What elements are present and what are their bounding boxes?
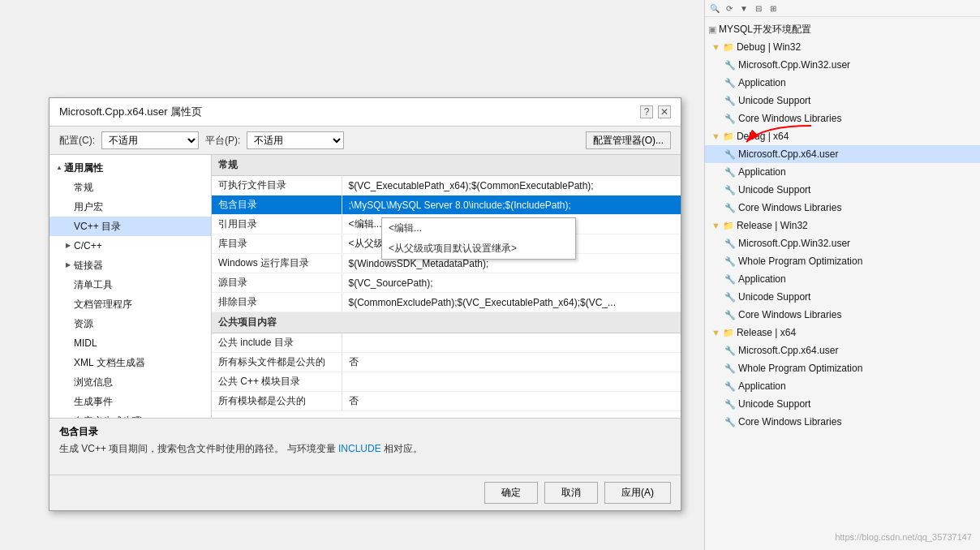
tree-item-label: Debug | Win32 (737, 40, 801, 54)
pub-prop-value-pub-cpp (342, 372, 681, 392)
solution-tree-item-corewin-4[interactable]: 🔧Core Windows Libraries (705, 413, 980, 431)
wrench-icon: 🔧 (724, 307, 736, 322)
filter-icon[interactable]: ▼ (737, 2, 750, 15)
tree-item-label: Microsoft.Cpp.Win32.user (738, 58, 850, 72)
dropdown-inherit-item[interactable]: <从父级或项目默认设置继承> (382, 238, 575, 259)
solution-tree-item-ms-cpp-x64-user-r[interactable]: 🔧Microsoft.Cpp.x64.user (705, 342, 980, 359)
item-label: 链接器 (74, 258, 204, 273)
ok-button[interactable]: 确定 (484, 482, 538, 504)
left-tree-item-manifest[interactable]: 清单工具 (49, 275, 211, 294)
dialog-buttons: 确定 取消 应用(A) (49, 475, 681, 510)
solution-tree-item-debug-x64[interactable]: ▼ 📁Debug | x64 (705, 127, 980, 145)
solution-tree-item-unicode-3[interactable]: 🔧Unicode Support (705, 288, 980, 306)
prop-label-exec-dir: 可执行文件目录 (212, 176, 342, 196)
solution-tree-item-wpo-2[interactable]: 🔧Whole Program Optimization (705, 359, 980, 377)
dialog-toolbar: 配置(C): 不适用 平台(P): 不适用 配置管理器(O)... (49, 127, 681, 155)
apply-button[interactable]: 应用(A) (604, 482, 671, 504)
pub-prop-label-pub-cpp: 公共 C++ 模块目录 (212, 372, 342, 392)
tree-item-label: Application (738, 75, 786, 90)
config-mgr-button[interactable]: 配置管理器(O)... (586, 131, 671, 149)
item-label: C/C++ (74, 238, 204, 253)
left-tree-item-custom[interactable]: ▶自定义生成步骤 (49, 411, 211, 418)
expand-tri: ▶ (66, 258, 74, 273)
config-label: 配置(C): (59, 134, 95, 148)
expand-tri: ▶ (66, 238, 74, 253)
solution-tree-item-corewin-1[interactable]: 🔧Core Windows Libraries (705, 110, 980, 127)
left-tree-item-linker[interactable]: ▶链接器 (49, 256, 211, 275)
solution-tree-item-app-1[interactable]: 🔧Application (705, 74, 980, 92)
collapse-icon[interactable]: ⊟ (752, 2, 765, 15)
wrench-icon: 🔧 (724, 415, 736, 429)
solution-root[interactable]: ▣ MYSQL开发环境配置 (705, 20, 980, 38)
tree-item-label: Core Windows Libraries (738, 200, 841, 215)
tree-item-label: Application (738, 165, 786, 179)
left-tree-item-general[interactable]: 常规 (49, 178, 211, 197)
tree-item-label: Core Windows Libraries (738, 111, 841, 126)
close-button[interactable]: ✕ (658, 105, 671, 118)
search-icon[interactable]: 🔍 (708, 2, 721, 15)
solution-explorer: 🔍 ⟳ ▼ ⊟ ⊞ ▣ MYSQL开发环境配置 ▼ 📁Debug | Win32… (704, 0, 980, 550)
pub-prop-row-pub-modules[interactable]: 所有模块都是公共的否 (212, 392, 681, 411)
left-tree-item-vcpp-dirs[interactable]: VC++ 目录 (49, 217, 211, 236)
wrench-icon: 🔧 (724, 379, 736, 393)
left-tree-item-cpp[interactable]: ▶C/C++ (49, 236, 211, 256)
left-tree-item-events[interactable]: 生成事件 (49, 392, 211, 411)
property-description: 包含目录 生成 VC++ 项目期间，搜索包含文件时使用的路径。 与环境变量 IN… (49, 418, 681, 475)
left-tree-item-user[interactable]: 用户宏 (49, 197, 211, 217)
prop-row-src-dir[interactable]: 源目录$(VC_SourcePath); (212, 273, 681, 293)
tree-item-label: Unicode Support (738, 397, 810, 411)
config-select[interactable]: 不适用 (101, 131, 199, 149)
solution-tree-item-app-4[interactable]: 🔧Application (705, 377, 980, 395)
prop-label-src-dir: 源目录 (212, 273, 342, 293)
left-tree-container: ▲通用属性 常规 用户宏 VC++ 目录▶C/C++▶链接器 清单工具 文档管理… (49, 158, 211, 418)
solution-tree-item-ms-cpp-x64-user[interactable]: 🔧Microsoft.Cpp.x64.user (705, 145, 980, 163)
left-tree-section-common[interactable]: ▲通用属性 (49, 158, 211, 178)
cancel-button[interactable]: 取消 (544, 482, 598, 504)
item-label: 清单工具 (74, 277, 204, 292)
solution-tree-item-unicode-2[interactable]: 🔧Unicode Support (705, 181, 980, 199)
pub-prop-row-pub-include[interactable]: 公共 include 目录 (212, 333, 681, 353)
pub-prop-row-pub-cpp[interactable]: 公共 C++ 模块目录 (212, 372, 681, 392)
left-tree-item-filemgr[interactable]: 文档管理程序 (49, 294, 211, 314)
tree-item-label: Release | x64 (737, 325, 796, 340)
solution-icon: ▣ (708, 22, 716, 37)
tree-item-label: Core Windows Libraries (738, 415, 841, 429)
wrench-icon: 🔧 (724, 147, 736, 161)
solution-tree-item-debug-win32[interactable]: ▼ 📁Debug | Win32 (705, 38, 980, 56)
wrench-icon: 🔧 (724, 236, 736, 251)
tree-item-label: Microsoft.Cpp.x64.user (738, 343, 838, 358)
left-tree-item-resources[interactable]: 资源 (49, 314, 211, 333)
sync-icon[interactable]: ⟳ (723, 2, 736, 15)
solution-tree-item-ms-cpp-win32-user[interactable]: 🔧Microsoft.Cpp.Win32.user (705, 56, 980, 74)
section-public: 公共项目内容 (212, 312, 681, 333)
solution-tree-item-wpo-1[interactable]: 🔧Whole Program Optimization (705, 252, 980, 270)
solution-tree-item-ms-cpp-win32-user-r[interactable]: 🔧Microsoft.Cpp.Win32.user (705, 234, 980, 252)
expand-icon[interactable]: ⊞ (767, 2, 780, 15)
wrench-icon: 🔧 (724, 58, 736, 72)
solution-tree-item-corewin-2[interactable]: 🔧Core Windows Libraries (705, 199, 980, 217)
pub-prop-label-pub-headers: 所有标头文件都是公共的 (212, 353, 342, 372)
pub-prop-row-pub-headers[interactable]: 所有标头文件都是公共的否 (212, 353, 681, 372)
dropdown-edit-item[interactable]: <编辑... (382, 218, 575, 238)
platform-select[interactable]: 不适用 (247, 131, 344, 149)
solution-tree-item-release-x64[interactable]: ▼ 📁Release | x64 (705, 324, 980, 342)
prop-row-include-dir[interactable]: 包含目录;\MySQL\MySQL Server 8.0\include;$(I… (212, 196, 681, 215)
left-tree-item-midl[interactable]: MIDL (49, 333, 211, 353)
tree-item-label: Release | Win32 (737, 218, 808, 233)
tree-item-label: Unicode Support (738, 183, 810, 197)
help-button[interactable]: ? (640, 105, 653, 118)
left-tree-item-xmldoc[interactable]: XML 文档生成器 (49, 353, 211, 372)
solution-tree-item-app-3[interactable]: 🔧Application (705, 270, 980, 288)
prop-row-exec-dir[interactable]: 可执行文件目录$(VC_ExecutablePath_x64);$(Common… (212, 176, 681, 196)
wrench-icon: 🔧 (724, 111, 736, 126)
solution-tree-item-release-win32[interactable]: ▼ 📁Release | Win32 (705, 217, 980, 234)
item-label: 资源 (74, 316, 204, 331)
prop-row-exclude-dir[interactable]: 排除目录$(CommonExcludePath);$(VC_Executable… (212, 293, 681, 312)
dialog-controls: ? ✕ (640, 105, 671, 118)
solution-tree-item-app-2[interactable]: 🔧Application (705, 163, 980, 181)
left-tree-item-browse[interactable]: 浏览信息 (49, 372, 211, 392)
solution-tree-item-corewin-3[interactable]: 🔧Core Windows Libraries (705, 306, 980, 324)
solution-tree-item-unicode-1[interactable]: 🔧Unicode Support (705, 92, 980, 110)
wrench-icon: 🔧 (724, 200, 736, 215)
solution-tree-item-unicode-4[interactable]: 🔧Unicode Support (705, 395, 980, 413)
